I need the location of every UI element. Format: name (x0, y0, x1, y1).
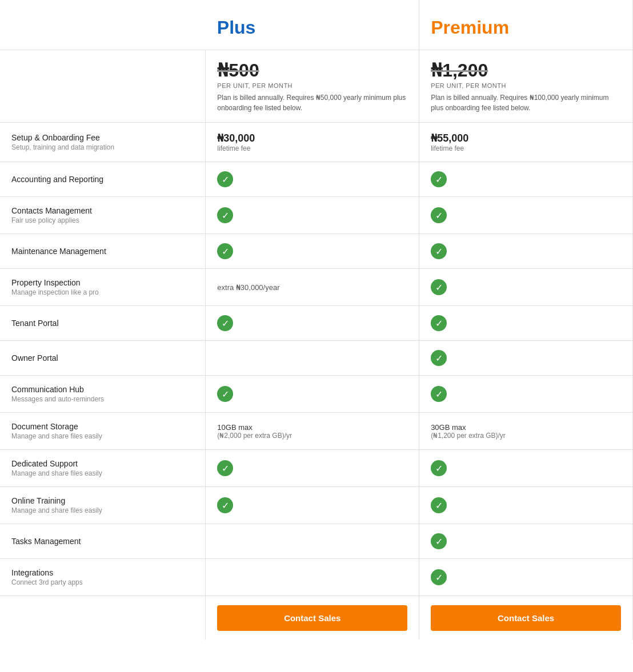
premium-onboarding-price: ₦55,000 (431, 132, 621, 144)
plus-onboarding-sub: lifetime fee (217, 144, 407, 152)
feature-row: Contacts ManagementFair use policy appli… (0, 197, 633, 234)
check-icon: ✓ (217, 171, 233, 187)
feature-row: Maintenance Management✓✓ (0, 234, 633, 269)
feature-row: Dedicated SupportManage and share files … (0, 450, 633, 487)
plus-feature-cell (206, 559, 419, 596)
premium-plan-name: Premium (431, 17, 621, 38)
check-icon: ✓ (431, 207, 447, 223)
premium-price: ₦1,200 (431, 59, 621, 81)
premium-feature-cell: ✓ (419, 524, 633, 559)
feature-name-cell: Dedicated SupportManage and share files … (0, 450, 206, 487)
feature-name-cell: Maintenance Management (0, 234, 206, 269)
feature-name: Document Storage (11, 422, 194, 431)
plus-feature-cell (206, 524, 419, 559)
premium-feature-cell: ✓ (419, 197, 633, 234)
feature-row: Document StorageManage and share files e… (0, 413, 633, 450)
feature-name: Online Training (11, 496, 194, 505)
feature-sub: Connect 3rd party apps (11, 578, 194, 586)
plus-contact-sales-button[interactable]: Contact Sales (217, 605, 407, 631)
premium-feature-cell: ✓ (419, 306, 633, 341)
feature-name-cell: Document StorageManage and share files e… (0, 413, 206, 450)
plus-feature-cell: 10GB max(₦2,000 per extra GB)/yr (206, 413, 419, 450)
plus-storage-text: 10GB max (217, 423, 407, 432)
plan-header-row: Plus Premium (0, 0, 633, 50)
feature-sub: Messages and auto-reminders (11, 395, 194, 403)
plus-price-unit: PER UNIT, PER MONTH (217, 82, 407, 89)
feature-name-cell: Accounting and Reporting (0, 162, 206, 197)
price-feature-cell (0, 50, 206, 123)
check-icon: ✓ (431, 569, 447, 585)
plus-cta-cell: Contact Sales (206, 596, 419, 641)
feature-sub: Manage inspection like a pro (11, 288, 194, 296)
feature-name: Property Inspection (11, 278, 194, 287)
premium-price-unit: PER UNIT, PER MONTH (431, 82, 621, 89)
premium-feature-cell: ✓ (419, 559, 633, 596)
plus-feature-cell: ✓ (206, 450, 419, 487)
feature-sub: Manage and share files easily (11, 469, 194, 477)
check-icon: ✓ (431, 386, 447, 402)
feature-row: Owner Portal✓ (0, 341, 633, 376)
plus-feature-cell: extra ₦30,000/year (206, 269, 419, 306)
check-icon: ✓ (431, 497, 447, 513)
premium-feature-cell: ✓ (419, 341, 633, 376)
feature-name-cell: Communication HubMessages and auto-remin… (0, 376, 206, 413)
feature-name-cell: Tasks Management (0, 524, 206, 559)
cta-feature-cell (0, 596, 206, 641)
plus-price: ₦500 (217, 59, 407, 81)
feature-name: Maintenance Management (11, 247, 194, 256)
feature-sub: Manage and share files easily (11, 432, 194, 440)
check-icon: ✓ (431, 460, 447, 476)
premium-price-cell: ₦1,200 PER UNIT, PER MONTH Plan is bille… (419, 50, 633, 123)
check-icon: ✓ (217, 460, 233, 476)
premium-feature-cell: ✓ (419, 269, 633, 306)
check-icon: ✓ (431, 350, 447, 366)
premium-feature-cell: 30GB max(₦1,200 per extra GB)/yr (419, 413, 633, 450)
price-row: ₦500 PER UNIT, PER MONTH Plan is billed … (0, 50, 633, 123)
feature-name: Integrations (11, 568, 194, 577)
premium-feature-cell: ✓ (419, 234, 633, 269)
feature-sub: Setup, training and data migration (11, 143, 194, 151)
check-icon: ✓ (217, 243, 233, 259)
check-icon: ✓ (431, 243, 447, 259)
feature-row: Online TrainingManage and share files ea… (0, 487, 633, 524)
plus-storage-sub: (₦2,000 per extra GB)/yr (217, 432, 407, 440)
premium-feature-cell: ✓ (419, 162, 633, 197)
plus-feature-cell: ✓ (206, 162, 419, 197)
feature-column-header (0, 0, 206, 50)
plus-feature-cell: ✓ (206, 376, 419, 413)
plus-extra-text: extra ₦30,000/year (217, 283, 279, 292)
feature-row: Communication HubMessages and auto-remin… (0, 376, 633, 413)
feature-name: Accounting and Reporting (11, 175, 194, 184)
premium-contact-sales-button[interactable]: Contact Sales (431, 605, 621, 631)
feature-name-cell: Online TrainingManage and share files ea… (0, 487, 206, 524)
feature-name-cell: Contacts ManagementFair use policy appli… (0, 197, 206, 234)
feature-sub: Manage and share files easily (11, 506, 194, 514)
feature-name: Tasks Management (11, 537, 194, 546)
check-icon: ✓ (217, 497, 233, 513)
premium-onboarding-sub: lifetime fee (431, 144, 621, 152)
check-icon: ✓ (217, 386, 233, 402)
check-icon: ✓ (217, 207, 233, 223)
premium-cta-cell: Contact Sales (419, 596, 633, 641)
check-icon: ✓ (431, 533, 447, 549)
plus-feature-cell: ✓ (206, 197, 419, 234)
feature-name-cell: Property InspectionManage inspection lik… (0, 269, 206, 306)
feature-row: Tenant Portal✓✓ (0, 306, 633, 341)
premium-plan-header: Premium (419, 0, 633, 50)
check-icon: ✓ (217, 315, 233, 331)
plus-price-cell: ₦500 PER UNIT, PER MONTH Plan is billed … (206, 50, 419, 123)
feature-row: Property InspectionManage inspection lik… (0, 269, 633, 306)
premium-storage-sub: (₦1,200 per extra GB)/yr (431, 432, 621, 440)
feature-row: Tasks Management✓ (0, 524, 633, 559)
pricing-table: Plus Premium ₦500 PER UNIT, PER MONTH Pl… (0, 0, 633, 640)
plus-feature-cell: ✓ (206, 487, 419, 524)
feature-name: Setup & Onboarding Fee (11, 133, 194, 142)
plus-plan-header: Plus (206, 0, 419, 50)
check-icon: ✓ (431, 171, 447, 187)
premium-feature-cell: ₦55,000lifetime fee (419, 123, 633, 162)
plus-feature-cell: ✓ (206, 306, 419, 341)
plus-feature-cell: ✓ (206, 234, 419, 269)
feature-name-cell: Owner Portal (0, 341, 206, 376)
feature-row: Setup & Onboarding FeeSetup, training an… (0, 123, 633, 162)
plus-onboarding-price: ₦30,000 (217, 132, 407, 144)
